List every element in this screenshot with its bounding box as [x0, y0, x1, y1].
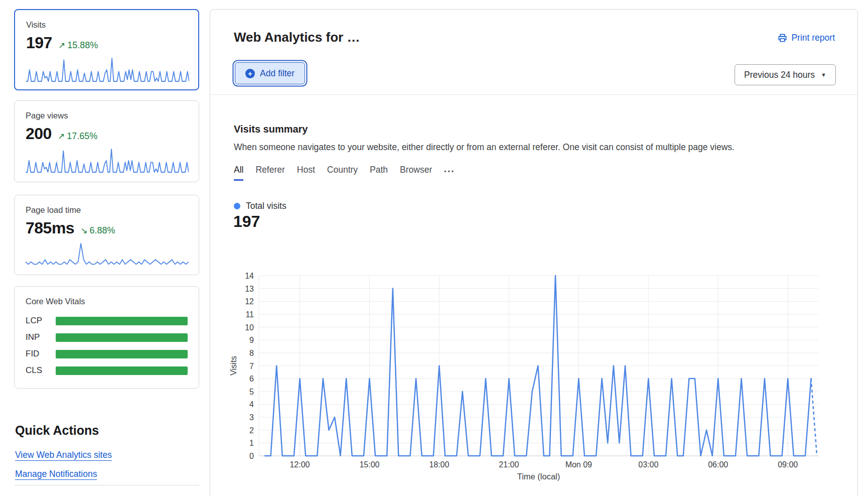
vitals-bar-good [56, 350, 188, 358]
x-tick-label: 12:00 [290, 460, 310, 469]
vitals-bar-good [56, 317, 188, 325]
y-tick-label: 2 [249, 426, 254, 435]
y-tick-label: 12 [245, 297, 254, 306]
stat-card-trend: ↗15.88% [58, 40, 98, 51]
vitals-label: LCP [26, 316, 56, 326]
y-tick-label: 10 [245, 323, 254, 332]
visits-summary-description: When someone navigates to your website, … [234, 142, 735, 153]
vitals-row-fid: FID [26, 349, 188, 358]
print-report-label: Print report [791, 33, 835, 43]
vitals-label: INP [26, 332, 56, 342]
stat-card-value-row: 785ms ↘6.88% [26, 219, 188, 237]
stat-card-page-load-time[interactable]: Page load time 785ms ↘6.88% [14, 195, 199, 275]
stat-card-value: 200 [26, 125, 52, 143]
vitals-label: FID [26, 349, 56, 359]
vitals-bar-good [56, 333, 188, 342]
x-tick-label: 18:00 [429, 460, 449, 469]
time-range-dropdown[interactable]: Previous 24 hours ▼ [735, 64, 836, 85]
print-report-link[interactable]: Print report [778, 33, 835, 43]
chevron-down-icon: ▼ [821, 72, 826, 78]
trend-up-icon: ↗ [58, 132, 65, 141]
add-filter-button[interactable]: + Add filter [235, 62, 305, 84]
link-view-web-analytics-sites[interactable]: View Web Analytics sites [15, 450, 112, 460]
stat-card-value-row: 197 ↗15.88% [26, 34, 187, 52]
stat-card-visits[interactable]: Visits 197 ↗15.88% [14, 9, 199, 90]
core-web-vitals-rows: LCP INP FID CLS [26, 316, 188, 375]
vitals-row-inp: INP [26, 333, 188, 342]
vitals-row-cls: CLS [26, 366, 188, 375]
stat-card-trend: ↘6.88% [80, 225, 115, 236]
stat-card-label: Page views [26, 111, 188, 120]
summary-tabs: All Referer Host Country Path Browser ••… [234, 165, 455, 181]
legend-dot-icon [234, 203, 240, 209]
x-tick-label: 03:00 [638, 460, 658, 469]
add-filter-label: Add filter [260, 68, 295, 79]
stat-card-trend: ↗17.65% [58, 131, 97, 142]
stat-card-label: Visits [26, 20, 187, 30]
y-tick-label: 9 [249, 336, 254, 344]
x-tick-label: Mon 09 [565, 460, 592, 469]
link-manage-notifications[interactable]: Manage Notifications [15, 469, 97, 479]
main-card: Web Analytics for … Print report + Add f… [210, 9, 858, 496]
y-tick-label: 4 [249, 400, 254, 409]
y-tick-label: 0 [249, 452, 254, 460]
sidebar-divider [15, 485, 199, 485]
vitals-label: CLS [26, 365, 56, 376]
visits-summary-title: Visits summary [234, 123, 308, 135]
x-tick-label: 21:00 [499, 460, 519, 469]
printer-icon [778, 33, 787, 43]
page-views-sparkline [26, 146, 189, 174]
y-tick-label: 5 [249, 388, 254, 396]
y-tick-label: 1 [249, 439, 254, 447]
visits-sparkline [26, 55, 189, 83]
stat-card-label: Page load time [26, 205, 188, 215]
trend-percent: 6.88% [89, 225, 115, 235]
time-range-label: Previous 24 hours [744, 70, 815, 80]
core-web-vitals-title: Core Web Vitals [26, 297, 188, 306]
tab-referer[interactable]: Referer [255, 165, 284, 181]
legend-total-visits[interactable]: Total visits [234, 201, 286, 211]
stat-card-page-views[interactable]: Page views 200 ↗17.65% [14, 100, 199, 182]
y-tick-label: 8 [249, 349, 254, 357]
plus-circle-icon: + [245, 69, 255, 78]
y-tick-label: 6 [249, 375, 254, 383]
y-tick-label: 13 [245, 285, 254, 293]
tab-host[interactable]: Host [297, 165, 315, 181]
trend-percent: 17.65% [67, 131, 97, 141]
sparkline-path [26, 58, 189, 81]
y-tick-label: 7 [249, 362, 254, 370]
core-web-vitals-card: Core Web Vitals LCP INP FID CLS [14, 286, 199, 389]
tab-browser[interactable]: Browser [400, 165, 432, 181]
trend-down-icon: ↘ [80, 226, 87, 235]
sparkline-path [26, 149, 189, 172]
y-axis-title: Visits [229, 356, 238, 376]
x-tick-label: 09:00 [778, 460, 798, 469]
vitals-row-lcp: LCP [26, 316, 188, 325]
y-tick-label: 11 [245, 310, 254, 319]
tab-all[interactable]: All [234, 165, 243, 181]
page-load-sparkline [26, 240, 189, 269]
legend-label: Total visits [246, 201, 286, 211]
y-tick-label: 3 [249, 413, 254, 422]
tab-more-ellipsis-icon[interactable]: ••• [444, 168, 455, 177]
tab-path[interactable]: Path [370, 165, 388, 181]
trend-percent: 15.88% [67, 40, 98, 50]
header-divider [210, 94, 857, 95]
visits-line-chart: 0123456789101112131412:0015:0018:0021:00… [221, 267, 848, 487]
vitals-bar-good [56, 366, 188, 375]
sparkline-path [26, 243, 189, 264]
x-axis-title: Time (local) [517, 472, 560, 481]
stat-card-value: 197 [26, 34, 52, 52]
stat-card-value-row: 200 ↗17.65% [26, 125, 188, 143]
stat-card-value: 785ms [26, 219, 74, 237]
total-visits-count: 197 [233, 212, 260, 231]
web-analytics-page: Visits 197 ↗15.88% Page views 200 ↗17.65… [0, 0, 868, 496]
y-tick-label: 14 [245, 272, 254, 280]
x-tick-label: 06:00 [708, 460, 728, 469]
page-title: Web Analytics for … [234, 30, 360, 45]
trend-up-icon: ↗ [58, 41, 65, 50]
quick-actions-title: Quick Actions [15, 423, 99, 438]
tab-country[interactable]: Country [327, 165, 358, 181]
x-tick-label: 15:00 [359, 460, 379, 469]
